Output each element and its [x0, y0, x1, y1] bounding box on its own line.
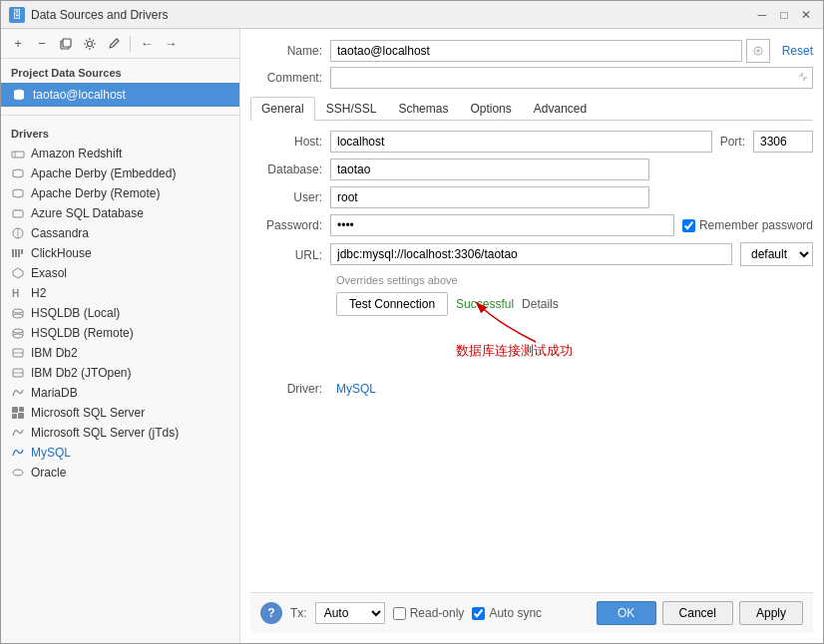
driver-name: H2 [31, 286, 46, 300]
nav-back-button[interactable]: ← [136, 33, 158, 55]
spacer [250, 402, 813, 592]
driver-cassandra[interactable]: Cassandra [1, 223, 239, 243]
driver-icon [11, 226, 25, 240]
name-input[interactable]: taotao@localhost [330, 40, 742, 62]
remember-password-label[interactable]: Remember password [682, 218, 813, 232]
database-input[interactable] [330, 159, 649, 180]
url-input[interactable] [330, 243, 732, 265]
tx-select[interactable]: Auto Manual [315, 602, 385, 624]
expand-btn[interactable] [798, 71, 808, 85]
driver-hsqldb-local[interactable]: HSQLDB (Local) [1, 303, 239, 323]
host-input[interactable] [330, 131, 712, 153]
password-input[interactable] [330, 214, 674, 236]
cancel-button[interactable]: Cancel [662, 601, 733, 625]
driver-mssql-jtds[interactable]: Microsoft SQL Server (jTds) [1, 423, 239, 443]
driver-name: HSQLDB (Remote) [31, 326, 134, 340]
project-sources-label: Project Data Sources [1, 59, 239, 83]
name-label: Name: [250, 44, 330, 58]
driver-mssql[interactable]: Microsoft SQL Server [1, 403, 239, 423]
ok-button[interactable]: OK [597, 601, 656, 625]
app-icon: 🗄 [9, 7, 25, 23]
reset-button[interactable]: Reset [782, 44, 813, 58]
driver-icon [11, 406, 25, 420]
driver-mysql[interactable]: MySQL [1, 443, 239, 463]
add-button[interactable]: + [7, 33, 29, 55]
driver-hsqldb-remote[interactable]: HSQLDB (Remote) [1, 323, 239, 343]
driver-h2[interactable]: H H2 [1, 283, 239, 303]
nav-fwd-button[interactable]: → [160, 33, 182, 55]
edit-button[interactable] [103, 33, 125, 55]
tab-general[interactable]: General [250, 97, 315, 121]
settings-button[interactable] [79, 33, 101, 55]
driver-name: Microsoft SQL Server [31, 406, 145, 420]
expand-icon [746, 39, 770, 63]
readonly-checkbox[interactable] [393, 607, 406, 620]
tab-ssh-ssl[interactable]: SSH/SSL [315, 97, 388, 120]
annotation-text: 数据库连接测试成功 [456, 342, 573, 360]
source-item-taotao[interactable]: taotao@localhost [1, 83, 239, 107]
password-fields: Remember password [330, 214, 813, 236]
user-label: User: [250, 190, 330, 204]
comment-row: Comment: [250, 67, 813, 89]
name-row: Name: taotao@localhost Reset [250, 39, 813, 63]
driver-icon [11, 446, 25, 460]
driver-name: Exasol [31, 266, 67, 280]
svg-rect-12 [12, 249, 14, 257]
autosync-label[interactable]: Auto sync [472, 606, 542, 620]
port-input[interactable] [753, 131, 813, 153]
apply-button[interactable]: Apply [739, 601, 803, 625]
driver-amazon-redshift[interactable]: Amazon Redshift [1, 144, 239, 163]
tab-schemas[interactable]: Schemas [387, 97, 459, 120]
driver-name: ClickHouse [31, 246, 92, 260]
driver-exasol[interactable]: Exasol [1, 263, 239, 283]
duplicate-button[interactable] [55, 33, 77, 55]
left-panel: + − ← → Project Data Sources [1, 29, 240, 643]
driver-ibm-db2[interactable]: IBM Db2 [1, 343, 239, 363]
tx-label: Tx: [290, 606, 307, 620]
help-button[interactable]: ? [260, 602, 282, 624]
svg-point-17 [13, 309, 23, 313]
driver-mariadb[interactable]: MariaDB [1, 383, 239, 403]
user-input[interactable] [330, 186, 649, 208]
password-row: Password: Remember password [250, 214, 813, 236]
tab-advanced[interactable]: Advanced [523, 97, 598, 120]
driver-azure-sql[interactable]: Azure SQL Database [1, 203, 239, 223]
autosync-checkbox[interactable] [472, 607, 485, 620]
tab-options[interactable]: Options [459, 97, 522, 120]
user-row: User: [250, 186, 813, 208]
test-connection-area: Test Connection Successful Details [336, 292, 813, 322]
remember-password-checkbox[interactable] [682, 219, 695, 232]
url-select[interactable]: default custom [740, 242, 813, 266]
driver-icon [11, 186, 25, 200]
driver-name: MySQL [31, 446, 71, 460]
driver-icon [11, 266, 25, 280]
window-title: Data Sources and Drivers [31, 8, 753, 22]
driver-ibm-db2-jtopen[interactable]: IBM Db2 (JTOpen) [1, 363, 239, 383]
driver-link[interactable]: MySQL [336, 382, 376, 396]
svg-point-2 [88, 41, 93, 46]
maximize-button[interactable]: □ [775, 6, 793, 24]
bottom-right: OK Cancel Apply [597, 601, 803, 625]
tabs: General SSH/SSL Schemas Options Advanced [250, 97, 813, 121]
svg-point-19 [13, 329, 23, 333]
url-label: URL: [250, 248, 330, 262]
readonly-label[interactable]: Read-only [393, 606, 465, 620]
remove-button[interactable]: − [31, 33, 53, 55]
svg-point-18 [13, 314, 23, 318]
host-row: Host: Port: [250, 131, 813, 153]
driver-name: Azure SQL Database [31, 206, 144, 220]
svg-rect-9 [13, 210, 23, 217]
svg-rect-7 [12, 152, 24, 158]
driver-oracle[interactable]: Oracle [1, 463, 239, 483]
svg-rect-13 [15, 249, 17, 257]
window-controls: ─ □ ✕ [753, 6, 815, 24]
driver-icon [11, 366, 25, 380]
database-row: Database: [250, 159, 813, 180]
comment-input[interactable] [330, 67, 813, 89]
driver-apache-derby-embedded[interactable]: Apache Derby (Embedded) [1, 163, 239, 183]
driver-clickhouse[interactable]: ClickHouse [1, 243, 239, 263]
driver-apache-derby-remote[interactable]: Apache Derby (Remote) [1, 183, 239, 203]
minimize-button[interactable]: ─ [753, 6, 771, 24]
close-button[interactable]: ✕ [797, 6, 815, 24]
driver-name: Amazon Redshift [31, 147, 122, 161]
